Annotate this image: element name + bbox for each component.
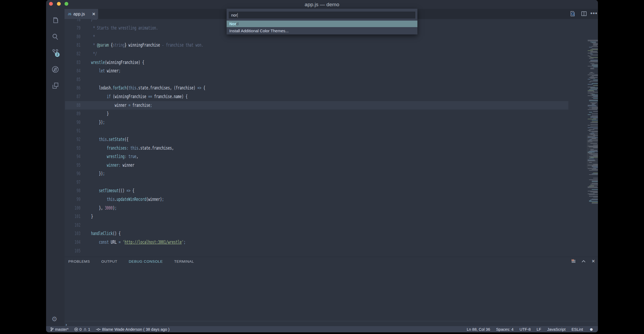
code-layer: 78 /**79 * Starts the wrestling animatio… — [65, 19, 598, 255]
code-line: 99 this.updateWinRecord(winner); — [65, 195, 598, 204]
line-number: 93 — [65, 144, 80, 153]
line-number: 87 — [65, 92, 80, 101]
minimap-line — [588, 152, 595, 152]
warning-count[interactable]: ⚠ 1 — [83, 327, 90, 332]
minimap-line — [588, 87, 595, 87]
panel-tabs: PROBLEMSOUTPUTDEBUG CONSOLETERMINAL — [68, 259, 194, 264]
minimap-line — [593, 80, 598, 80]
quick-pick-input[interactable]: nor — [229, 12, 415, 18]
minimap-line — [593, 147, 598, 148]
title-bar: app.js — demo — [46, 0, 598, 9]
minimap-line — [588, 109, 597, 110]
code-line: 87 if (winningFranchise == franchise.nam… — [65, 92, 598, 101]
panel-tab-problems[interactable]: PROBLEMS — [68, 259, 90, 264]
indentation[interactable]: Spaces: 4 — [496, 327, 514, 332]
feedback-smiley-icon[interactable]: ☻ — [589, 327, 594, 332]
code-line: 94 wrestling: true, — [65, 152, 598, 161]
split-editor-icon[interactable] — [581, 10, 588, 17]
linter-status[interactable]: ESLint — [571, 327, 583, 332]
language-mode[interactable]: JavaScript — [547, 327, 566, 332]
line-number: 90 — [65, 118, 80, 127]
encoding[interactable]: UTF-8 — [520, 327, 531, 332]
minimap-line — [589, 73, 594, 73]
error-count[interactable]: 0 — [74, 327, 82, 332]
minimap-line — [589, 62, 598, 62]
explorer-icon[interactable] — [51, 16, 59, 24]
minimap-line — [588, 191, 598, 191]
minimap[interactable] — [587, 38, 598, 257]
minimap-line — [593, 129, 598, 129]
minimap-line — [588, 168, 596, 169]
minimap-slider[interactable] — [587, 135, 598, 168]
minimap-line — [588, 119, 596, 119]
more-actions-icon[interactable]: ••• — [590, 10, 597, 17]
minimap-line — [588, 93, 593, 93]
maximize-panel-icon[interactable] — [581, 259, 587, 265]
minimap-line — [592, 103, 596, 104]
code-line: 82 */ — [65, 50, 598, 58]
line-number: 104 — [65, 238, 80, 247]
panel-tab-terminal[interactable]: TERMINAL — [174, 259, 194, 264]
minimap-line — [590, 72, 593, 73]
line-number: 103 — [65, 229, 80, 238]
debug-console-input-separator — [65, 321, 596, 321]
minimap-line — [588, 41, 598, 41]
line-number: 84 — [65, 67, 80, 75]
minimap-line — [592, 104, 595, 105]
extensions-icon[interactable] — [51, 82, 59, 90]
minimap-line — [592, 183, 598, 184]
minimap-line — [589, 101, 598, 101]
minimap-line — [592, 202, 598, 203]
minimap-line — [590, 49, 598, 50]
minimap-line — [593, 45, 597, 46]
line-number: 80 — [65, 33, 80, 41]
minimap-line — [589, 196, 598, 197]
javascript-file-icon: JS — [68, 12, 71, 16]
minimap-line — [589, 129, 594, 130]
settings-gear-icon[interactable]: ⚙ — [51, 315, 57, 323]
open-preview-icon[interactable] — [569, 10, 576, 17]
minimap-line — [592, 181, 598, 181]
minimap-line — [588, 142, 593, 142]
minimap-line — [588, 146, 598, 146]
git-branch-status[interactable]: master* — [50, 327, 69, 332]
quick-pick-item[interactable]: Nord — [227, 21, 417, 27]
cursor-position[interactable]: Ln 88, Col 36 — [467, 327, 490, 332]
minimap-line — [589, 140, 592, 140]
blame-status[interactable]: Blame Wade Anderson ( 38 days ago ) — [96, 327, 170, 332]
clear-console-icon[interactable] — [571, 259, 577, 265]
search-icon[interactable] — [51, 33, 59, 41]
blame-text: Blame Wade Anderson ( 38 days ago ) — [102, 327, 170, 332]
line-number: 94 — [65, 152, 80, 161]
minimap-line — [590, 143, 597, 144]
minimap-line — [593, 168, 598, 168]
minimap-line — [590, 63, 594, 64]
minimap-line — [589, 179, 598, 180]
tab-close-icon[interactable]: ✕ — [92, 12, 95, 17]
minimap-line — [592, 121, 598, 122]
minimap-line — [588, 187, 597, 187]
minimap-line — [592, 138, 596, 139]
quick-pick-item[interactable]: Install Additional Color Themes... — [227, 27, 417, 34]
minimap-line — [590, 102, 597, 103]
minimap-line — [589, 200, 591, 201]
minimap-line — [592, 64, 598, 65]
code-line: 81 * @param {string} winningFranchise - … — [65, 41, 598, 50]
line-number: 105 — [65, 247, 80, 255]
line-number: 78 — [65, 19, 80, 24]
debug-icon[interactable] — [51, 65, 59, 73]
panel-tab-output[interactable]: OUTPUT — [101, 259, 117, 264]
minimap-line — [590, 200, 598, 200]
minimap-line — [588, 84, 593, 85]
code-editor[interactable]: 78 /**79 * Starts the wrestling animatio… — [65, 19, 598, 257]
code-line: 91 — [65, 127, 598, 135]
minimap-line — [590, 54, 593, 54]
eol-sequence[interactable]: LF — [537, 327, 541, 332]
minimap-line — [590, 116, 598, 117]
close-panel-icon[interactable]: ✕ — [590, 259, 596, 265]
tab-appjs[interactable]: JS app.js ✕ — [65, 9, 98, 19]
panel-tab-debug-console[interactable]: DEBUG CONSOLE — [129, 259, 163, 264]
minimap-line — [592, 189, 598, 190]
minimap-line — [590, 42, 596, 42]
minimap-line — [590, 61, 598, 61]
